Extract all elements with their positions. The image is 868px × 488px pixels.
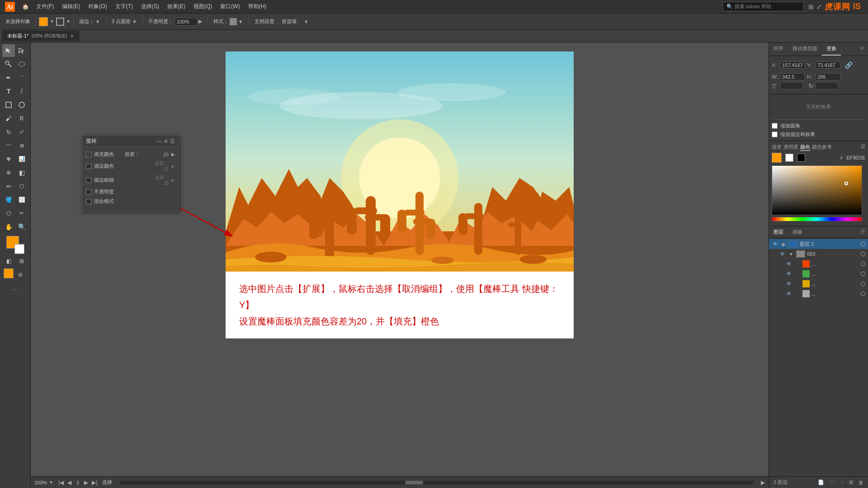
tolerance-expand[interactable]: ▶	[171, 152, 175, 157]
layer-green-item[interactable]: 👁 ...	[769, 269, 868, 279]
link-icon[interactable]: 🔗	[842, 59, 855, 71]
lasso-tool[interactable]	[15, 58, 28, 70]
layer-gray-circle[interactable]	[861, 291, 865, 296]
menu-view[interactable]: 视图(Q)	[190, 1, 216, 12]
first-page-btn[interactable]: |◀	[57, 479, 65, 486]
eyedropper-tool[interactable]: ✏	[2, 180, 15, 192]
fill-color-checkbox[interactable]: ✓	[86, 152, 91, 157]
line-tool[interactable]: /	[15, 85, 28, 98]
live-paint-tool[interactable]: 🪣	[2, 193, 15, 206]
color-reference-tab[interactable]: 颜色参考	[812, 144, 832, 151]
gradient-tool[interactable]: ◧	[15, 166, 28, 179]
layer-yellow-visibility[interactable]: 👁	[785, 280, 793, 287]
transparency-tab[interactable]: 透明度	[783, 144, 798, 151]
align-tab[interactable]: 对齐	[769, 42, 788, 56]
magic-panel-menu[interactable]: ☰	[170, 138, 175, 145]
blob-brush-tool[interactable]: B	[15, 112, 28, 125]
layer-003-expand[interactable]: ▼	[788, 251, 794, 257]
menu-select[interactable]: 选择(S)	[137, 1, 163, 12]
layer-2-visibility[interactable]: 👁	[772, 240, 779, 248]
layers-tab[interactable]: 图层	[769, 226, 788, 238]
paintbrush-tool[interactable]: 🖌	[2, 112, 15, 125]
layer-yellow-item[interactable]: 👁 ...	[769, 279, 868, 289]
color-gradient-picker[interactable]	[772, 165, 862, 215]
next-page-btn[interactable]: ▶	[83, 479, 90, 486]
move-selection-btn[interactable]: ↑	[840, 479, 846, 486]
pen-tool[interactable]: ✒	[2, 71, 15, 84]
view-mode[interactable]: ⊞	[15, 255, 28, 267]
edit-toolbar[interactable]: ⋯	[9, 284, 22, 296]
perspective-tool[interactable]: ⬡	[2, 207, 15, 220]
menu-edit[interactable]: 编辑(E)	[58, 1, 84, 12]
gradient-tab[interactable]: 渐变	[772, 144, 782, 151]
brush-size-selector[interactable]: 3 点圆形 ▼	[109, 17, 140, 26]
layers-menu[interactable]: ☰	[858, 226, 868, 238]
layer-2-item[interactable]: 👁 ▶ 图层 2	[769, 239, 868, 249]
artboard-tab[interactable]: 画板	[788, 226, 807, 238]
preferences-button[interactable]: 首选项	[279, 17, 299, 26]
preferences-arrow[interactable]: ▼	[301, 18, 311, 25]
hue-slider[interactable]	[772, 217, 862, 221]
make-sublayer-btn[interactable]: ⬛	[828, 479, 838, 486]
layer-red-item[interactable]: 👁 ...	[769, 259, 868, 269]
white-swatch[interactable]	[785, 154, 793, 162]
last-page-btn[interactable]: ▶|	[90, 479, 99, 486]
h-input[interactable]	[816, 73, 840, 80]
select-tool[interactable]	[2, 44, 15, 57]
active-color-swatch[interactable]	[772, 153, 782, 163]
black-swatch[interactable]	[797, 154, 805, 162]
scroll-right-icon[interactable]: ▶	[761, 479, 765, 486]
scale-strokes-checkbox[interactable]	[772, 131, 778, 137]
none-mode[interactable]: ⊘	[14, 268, 27, 281]
layer-gray-visibility[interactable]: 👁	[785, 290, 793, 297]
layer-yellow-circle[interactable]	[861, 282, 865, 286]
collect-layers-btn[interactable]: ⊞	[847, 479, 855, 486]
doc-settings-button[interactable]: 文档设置	[252, 17, 277, 26]
rotate-input[interactable]	[816, 82, 838, 89]
document-tab[interactable]: 未标题-1* 100% (RGB/预览) ✕	[2, 31, 80, 41]
layer-003-visibility[interactable]: 👁	[779, 250, 786, 258]
curvature-tool[interactable]: ⌒	[15, 71, 28, 84]
fill-mode[interactable]	[4, 268, 14, 278]
scrollbar-thumb[interactable]	[405, 481, 423, 484]
layer-green-visibility[interactable]: 👁	[785, 270, 793, 277]
blend-mode-checkbox[interactable]	[86, 199, 91, 204]
layer-003-circle[interactable]	[861, 252, 865, 256]
menu-help[interactable]: 帮助(H)	[245, 1, 270, 12]
search-bar[interactable]: 🔍 搜索 adobe 帮助	[722, 2, 804, 11]
layer-green-circle[interactable]	[861, 272, 865, 276]
background-color[interactable]	[14, 244, 24, 254]
panel-menu-icon[interactable]: ☰	[861, 144, 865, 151]
layer-2-circle[interactable]	[861, 242, 865, 246]
zoom-tool[interactable]: 🔍	[15, 221, 28, 233]
stroke-color-checkbox[interactable]	[86, 164, 91, 169]
artwork-canvas[interactable]	[226, 52, 574, 272]
opacity-control[interactable]: 不透明度： ▶	[146, 17, 205, 27]
pathfinder-tab[interactable]: 路径查找器	[788, 42, 822, 56]
layer-2-expand[interactable]: ▶	[781, 241, 787, 247]
scale-corners-checkbox[interactable]	[772, 123, 778, 129]
menu-effect[interactable]: 效果(E)	[164, 1, 189, 12]
color-tab[interactable]: 颜色	[800, 144, 810, 151]
free-transform-tool[interactable]: ⊞	[15, 139, 28, 152]
direct-select-tool[interactable]	[15, 44, 28, 57]
make-layer-btn[interactable]: 📄	[816, 479, 826, 486]
brush-mode[interactable]: 描边： ▼	[76, 17, 103, 26]
layer-gray-item[interactable]: 👁 ...	[769, 289, 868, 299]
slice-tool[interactable]: ✂	[15, 207, 28, 220]
skew-input[interactable]	[780, 82, 803, 89]
menu-file[interactable]: 文件(F)	[33, 1, 57, 12]
symbol-spray-tool[interactable]: ✾	[2, 153, 15, 165]
x-input[interactable]	[780, 61, 805, 69]
tab-close-icon[interactable]: ✕	[70, 33, 74, 38]
menu-text[interactable]: 文字(T)	[112, 1, 137, 12]
stroke-color-expand[interactable]: ▶	[171, 164, 175, 169]
opacity-checkbox[interactable]	[86, 189, 91, 195]
fill-color-swatch[interactable]	[39, 17, 48, 26]
stroke-width-checkbox[interactable]	[86, 178, 91, 183]
delete-layer-btn[interactable]: 🗑	[857, 479, 865, 486]
y-input[interactable]	[816, 61, 840, 69]
warp-tool[interactable]: 〰	[2, 139, 15, 152]
right-panel-close[interactable]: ✕	[856, 42, 868, 56]
w-input[interactable]	[780, 73, 805, 80]
